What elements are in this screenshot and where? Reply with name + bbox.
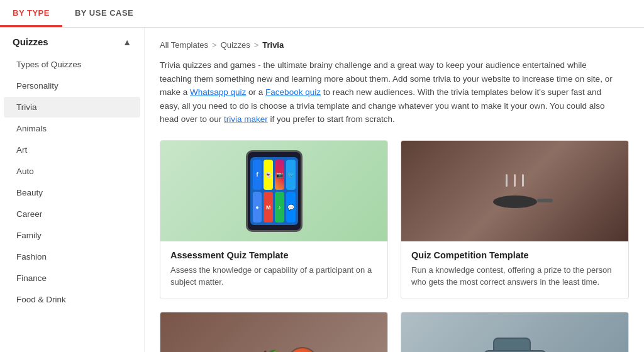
steam-line-3 <box>522 174 524 187</box>
breadcrumb-sep-1: > <box>212 40 217 50</box>
sidebar-item-food-drink[interactable]: Food & Drink <box>4 289 140 310</box>
sidebar-item-personality[interactable]: Personality <box>4 75 140 96</box>
description-text-2: or a <box>246 87 265 97</box>
sidebar-item-animals[interactable]: Animals <box>4 118 140 139</box>
cooking-visual <box>493 174 537 208</box>
facebook-app-icon: f <box>253 160 262 190</box>
spotify-app-icon: ♪ <box>275 192 284 223</box>
sidebar-item-fashion[interactable]: Fashion <box>4 246 140 267</box>
card-quiz-competition[interactable]: Quiz Competition Template Run a knowledg… <box>401 140 629 299</box>
steam-line-2 <box>514 174 516 187</box>
card-image-assessment: f 👻 📷 🐦 ● M ♪ 💬 <box>160 141 387 241</box>
sidebar-item-art[interactable]: Art <box>4 140 140 160</box>
top-navigation: BY TYPE BY USE CASE <box>0 0 644 28</box>
phone-mockup: f 👻 📷 🐦 ● M ♪ 💬 <box>246 150 303 232</box>
card-image-competition <box>401 141 628 241</box>
card-body-assessment: Assessment Quiz Template Assess the know… <box>160 241 387 299</box>
tab-by-use-case[interactable]: BY USE CASE <box>62 0 146 27</box>
sidebar-item-finance[interactable]: Finance <box>4 268 140 289</box>
chevron-up-icon: ▲ <box>123 37 131 47</box>
trivia-maker-link[interactable]: trivia maker <box>224 114 268 124</box>
sidebar-item-trivia[interactable]: Trivia <box>4 97 140 118</box>
snapchat-app-icon: 👻 <box>264 160 273 190</box>
card-desc-competition: Run a knowledge contest, offering a priz… <box>411 264 618 289</box>
car-top <box>493 338 531 351</box>
cooking-pan <box>493 195 537 208</box>
breadcrumb-current: Trivia <box>262 40 284 50</box>
card-desc-assessment: Assess the knowledge or capability of a … <box>170 264 377 289</box>
breadcrumb: All Templates > Quizzes > Trivia <box>160 40 629 50</box>
card-assessment-quiz[interactable]: f 👻 📷 🐦 ● M ♪ 💬 Assessment Quiz Template <box>160 140 388 299</box>
sidebar-item-family[interactable]: Family <box>4 225 140 246</box>
messenger-app-icon: 💬 <box>286 192 296 223</box>
card-body-competition: Quiz Competition Template Run a knowledg… <box>401 241 628 299</box>
sidebar: Quizzes ▲ Types of Quizzes Personality T… <box>0 28 145 352</box>
sidebar-section-quizzes[interactable]: Quizzes ▲ <box>0 28 144 53</box>
card-health-quiz[interactable]: 🍎 <box>160 312 388 352</box>
facebook-quiz-link[interactable]: Facebook quiz <box>265 87 321 97</box>
breadcrumb-sep-2: > <box>254 40 259 50</box>
card-title-assessment: Assessment Quiz Template <box>170 250 377 260</box>
card-image-health: 🍎 <box>160 312 387 352</box>
sidebar-section-label: Quizzes <box>13 36 48 47</box>
steam-line-1 <box>506 174 508 187</box>
card-image-auto <box>401 312 628 352</box>
phone-screen: f 👻 📷 🐦 ● M ♪ 💬 <box>250 157 298 225</box>
breadcrumb-all-templates[interactable]: All Templates <box>160 40 208 50</box>
content-area: All Templates > Quizzes > Trivia Trivia … <box>145 28 644 352</box>
whatsapp-quiz-link[interactable]: Whatsapp quiz <box>190 87 246 97</box>
main-area: Quizzes ▲ Types of Quizzes Personality T… <box>0 28 644 352</box>
health-visual: 🍎 <box>230 347 318 352</box>
tab-by-type[interactable]: BY TYPE <box>0 0 62 27</box>
vegetable-icon <box>287 347 318 352</box>
sidebar-item-auto[interactable]: Auto <box>4 161 140 182</box>
card-auto-quiz[interactable] <box>401 312 629 352</box>
twitter-app-icon: 🐦 <box>286 160 296 190</box>
breadcrumb-quizzes[interactable]: Quizzes <box>221 40 250 50</box>
apple-icon: 🍎 <box>253 349 282 352</box>
sidebar-item-types-of-quizzes[interactable]: Types of Quizzes <box>4 54 140 75</box>
instagram-app-icon: 📷 <box>275 160 284 190</box>
gmail-app-icon: M <box>264 192 273 223</box>
sidebar-item-beauty[interactable]: Beauty <box>4 182 140 203</box>
description-text-4: if you prefer to start from scratch. <box>268 114 395 124</box>
card-title-competition: Quiz Competition Template <box>411 250 618 260</box>
cards-grid: f 👻 📷 🐦 ● M ♪ 💬 Assessment Quiz Template <box>160 140 629 352</box>
steam-effect <box>502 174 528 193</box>
page-description: Trivia quizzes and games - the ultimate … <box>160 58 613 126</box>
chrome-app-icon: ● <box>253 192 262 223</box>
sidebar-item-career[interactable]: Career <box>4 204 140 224</box>
